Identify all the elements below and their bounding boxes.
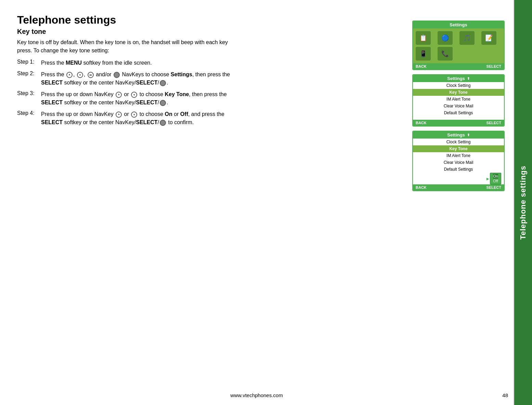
step-2-text: Press the , , and/or NavKeys to choose S…: [41, 70, 236, 87]
step-4: Step 4: Press the up or down NavKey or t…: [17, 110, 236, 127]
submenu-off[interactable]: Off: [493, 179, 498, 183]
screen-3: Settings ⬆ Clock Setting Key Tone IM Ale…: [412, 131, 505, 191]
screen-2-menu: Clock Setting Key Tone IM Alert Tone Cle…: [413, 82, 504, 116]
screen-1-footer: BACK SELECT: [413, 63, 504, 69]
footer-url: www.vtechphones.com: [230, 392, 283, 398]
screen-3-select[interactable]: SELECT: [486, 185, 501, 190]
screen-1-back[interactable]: BACK: [416, 64, 427, 68]
scroll-icon: ⬆: [467, 77, 470, 80]
right-tab-label: Telephone settings: [519, 166, 528, 240]
menu-item-clear-voice-mail[interactable]: Clear Voice Mail: [413, 103, 504, 109]
menu-item-key-tone-2[interactable]: Key Tone: [413, 145, 504, 152]
screen-2-select[interactable]: SELECT: [486, 121, 501, 125]
navkey-up3-icon: [116, 112, 122, 118]
navkey-lr-icon: [88, 72, 94, 78]
screen-3-header: Settings ⬆: [413, 131, 504, 139]
step-1-label: Step 1:: [17, 59, 41, 67]
navkey-up-icon: [66, 72, 73, 78]
navkey-center-icon3: [160, 100, 166, 106]
menu-item-clock-setting[interactable]: Clock Setting: [413, 82, 504, 89]
intro-text: Key tone is off by default. When the key…: [17, 38, 229, 55]
settings-icon-6: 📞: [438, 47, 453, 61]
menu-item-key-tone[interactable]: Key Tone: [413, 89, 504, 96]
menu-item-default-settings-2[interactable]: Default Settings: [413, 166, 504, 173]
settings-icon-3: 🎵: [459, 31, 475, 45]
step-2-label: Step 2:: [17, 70, 41, 87]
navkey-center-icon: [114, 72, 120, 78]
menu-item-im-alert-tone[interactable]: IM Alert Tone: [413, 96, 504, 103]
screen-1-icons-grid: 📋 🔵 🎵 📝 📱 📞: [413, 28, 504, 63]
submenu-on[interactable]: On: [493, 174, 498, 179]
screen-1: Settings 📋 🔵 🎵 📝 📱 📞 BACK SELECT: [412, 21, 505, 70]
settings-icon-5: 📱: [416, 47, 431, 61]
menu-item-clock-setting-2[interactable]: Clock Setting: [413, 139, 504, 145]
navkey-up2-icon: [116, 92, 122, 98]
screen-1-header: Settings: [413, 21, 504, 28]
step-1: Step 1: Press the MENU softkey from the …: [17, 59, 236, 67]
step-1-text: Press the MENU softkey from the idle scr…: [41, 59, 152, 67]
submenu-popup: ▶ On Off: [413, 173, 504, 184]
footer: www.vtechphones.com: [0, 392, 513, 398]
settings-icon-4: 📝: [481, 31, 496, 45]
screen-2-back[interactable]: BACK: [416, 121, 427, 125]
page-divider: [514, 0, 514, 405]
page-number: 48: [502, 392, 508, 398]
submenu-arrow-icon: ▶: [486, 177, 489, 181]
step-4-label: Step 4:: [17, 110, 41, 127]
screens-area: Settings 📋 🔵 🎵 📝 📱 📞 BACK SELECT Setting…: [412, 21, 508, 191]
menu-item-im-alert-tone-2[interactable]: IM Alert Tone: [413, 152, 504, 159]
navkey-down3-icon: [131, 112, 137, 118]
screen-2-title: Settings: [447, 76, 465, 81]
step-2: Step 2: Press the , , and/or NavKeys to …: [17, 70, 236, 87]
screen-2: Settings ⬆ Clock Setting Key Tone IM Ale…: [412, 74, 505, 127]
right-tab: Telephone settings: [514, 0, 532, 405]
step-3-label: Step 3:: [17, 90, 41, 107]
navkey-down2-icon: [131, 92, 137, 98]
settings-icon-1: 📋: [416, 31, 431, 45]
navkey-down-icon: [77, 72, 83, 78]
screen-3-back[interactable]: BACK: [416, 185, 427, 190]
navkey-center-icon2: [160, 80, 166, 86]
step-3-text: Press the up or down NavKey or to choose…: [41, 90, 236, 107]
submenu-box: On Off: [490, 173, 501, 184]
screen-3-title: Settings: [447, 132, 465, 138]
navkey-center-icon4: [160, 120, 166, 126]
screen-2-header: Settings ⬆: [413, 75, 504, 82]
screen-3-footer: BACK SELECT: [413, 184, 504, 191]
screen-3-menu: Clock Setting Key Tone IM Alert Tone Cle…: [413, 139, 504, 173]
menu-item-clear-voice-mail-2[interactable]: Clear Voice Mail: [413, 159, 504, 166]
screen-2-footer: BACK SELECT: [413, 120, 504, 126]
screen-1-select[interactable]: SELECT: [486, 64, 501, 68]
settings-icon-2: 🔵: [438, 31, 453, 45]
menu-item-default-settings[interactable]: Default Settings: [413, 109, 504, 116]
step-3: Step 3: Press the up or down NavKey or t…: [17, 90, 236, 107]
step-4-text: Press the up or down NavKey or to choose…: [41, 110, 236, 127]
scroll-icon-2: ⬆: [467, 133, 470, 137]
